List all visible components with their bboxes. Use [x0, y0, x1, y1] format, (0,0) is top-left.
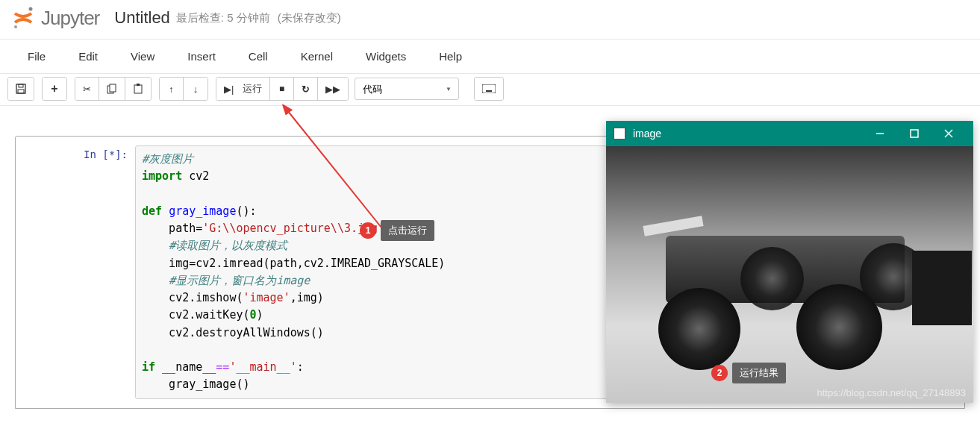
- restart-button[interactable]: ↻: [294, 78, 318, 100]
- copy-button[interactable]: [99, 78, 125, 100]
- interrupt-button[interactable]: ■: [270, 78, 294, 100]
- svg-rect-18: [911, 130, 918, 137]
- window-titlebar[interactable]: image: [606, 121, 973, 146]
- insert-cell-button[interactable]: +: [43, 78, 66, 100]
- maximize-icon: [910, 129, 919, 138]
- save-icon: [16, 84, 26, 94]
- annotation-badge-2: 2: [711, 365, 728, 381]
- command-palette-button[interactable]: [475, 78, 503, 100]
- menu-insert[interactable]: Insert: [171, 43, 232, 70]
- menu-file[interactable]: File: [11, 43, 62, 70]
- annotation-2: 2 运行结果: [711, 363, 786, 383]
- svg-point-1: [14, 25, 17, 28]
- copy-icon: [107, 84, 117, 94]
- menubar: File Edit View Insert Cell Kernel Widget…: [0, 40, 980, 74]
- image-content: https://blog.csdn.net/qq_27148893: [606, 146, 973, 403]
- opencv-image-window[interactable]: image https://blog.csdn.net/qq_27148893: [606, 121, 973, 403]
- minimize-icon: [876, 129, 884, 138]
- minimize-button[interactable]: [863, 121, 897, 146]
- stop-icon: ■: [279, 84, 284, 94]
- checkpoint-status: 最后检查: 5 分钟前: [176, 11, 270, 25]
- menu-view[interactable]: View: [114, 43, 171, 70]
- svg-rect-6: [110, 84, 116, 92]
- unsaved-status: (未保存改变): [278, 11, 341, 25]
- restart-run-all-button[interactable]: ▶▶: [318, 78, 348, 100]
- scissors-icon: ✂: [83, 84, 91, 95]
- jupyter-logo[interactable]: Jupyter: [11, 6, 99, 30]
- annotation-label-2: 运行结果: [732, 363, 786, 383]
- window-title: image: [633, 128, 863, 140]
- robot-car-image: [628, 206, 949, 377]
- svg-rect-4: [18, 90, 24, 93]
- svg-rect-9: [482, 84, 496, 93]
- run-button[interactable]: ▶| 运行: [216, 78, 270, 100]
- annotation-badge-1: 1: [360, 222, 376, 239]
- cut-button[interactable]: ✂: [75, 78, 99, 100]
- arrow-up-icon: ↑: [169, 84, 174, 95]
- run-label: 运行: [243, 82, 262, 95]
- jupyter-icon: [11, 6, 35, 30]
- keyboard-icon: [482, 84, 496, 93]
- watermark: https://blog.csdn.net/qq_27148893: [817, 387, 967, 398]
- move-down-button[interactable]: ↓: [184, 78, 207, 100]
- move-up-button[interactable]: ↑: [160, 78, 184, 100]
- fast-forward-icon: ▶▶: [325, 84, 340, 95]
- save-button[interactable]: [8, 78, 34, 100]
- menu-help[interactable]: Help: [422, 43, 478, 70]
- menu-cell[interactable]: Cell: [232, 43, 284, 70]
- notebook-name[interactable]: Untitled: [114, 8, 170, 28]
- annotation-label-1: 点击运行: [381, 220, 434, 241]
- input-prompt: In [*]:: [16, 145, 135, 399]
- play-step-icon: ▶|: [224, 84, 234, 95]
- plus-icon: +: [51, 82, 57, 95]
- maximize-button[interactable]: [897, 121, 931, 146]
- toolbar: + ✂ ↑ ↓ ▶| 运行 ■ ↻ ▶▶ 代码: [0, 74, 980, 106]
- close-icon: [944, 129, 953, 138]
- menu-edit[interactable]: Edit: [62, 43, 114, 70]
- svg-rect-8: [137, 84, 140, 86]
- menu-kernel[interactable]: Kernel: [284, 43, 349, 70]
- notebook-header: Jupyter Untitled 最后检查: 5 分钟前 (未保存改变): [0, 0, 980, 40]
- arrow-down-icon: ↓: [193, 84, 199, 95]
- paste-icon: [133, 84, 143, 94]
- refresh-icon: ↻: [302, 84, 310, 95]
- logo-text: Jupyter: [41, 7, 99, 30]
- cell-type-select[interactable]: 代码: [355, 78, 459, 100]
- menu-widgets[interactable]: Widgets: [349, 43, 422, 70]
- svg-point-0: [29, 7, 33, 11]
- paste-button[interactable]: [125, 78, 151, 100]
- svg-rect-7: [134, 85, 142, 93]
- window-app-icon: [614, 128, 625, 140]
- close-button[interactable]: [931, 121, 966, 146]
- annotation-1: 1 点击运行: [360, 220, 434, 241]
